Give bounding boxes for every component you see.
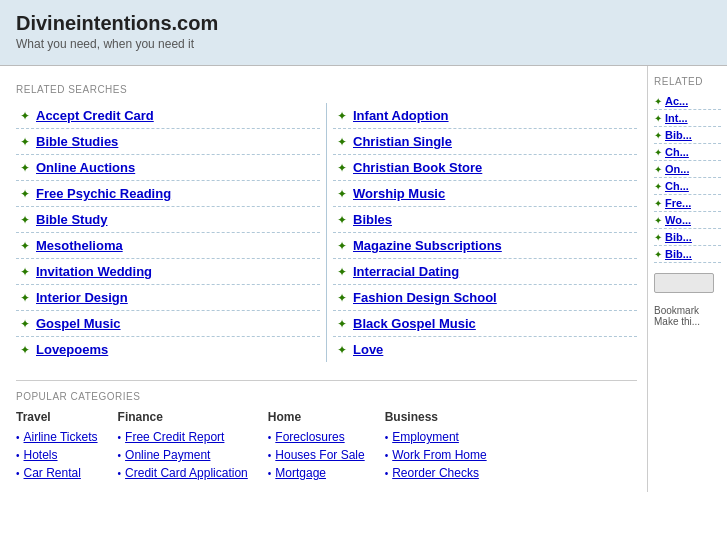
popular-link[interactable]: Credit Card Application — [125, 466, 248, 480]
popular-col: Business•Employment•Work From Home•Reord… — [385, 410, 487, 482]
sidebar-arrow-icon: ✦ — [654, 147, 662, 158]
related-link[interactable]: Infant Adoption — [353, 108, 449, 123]
arrow-icon: ✦ — [20, 317, 30, 331]
list-item: ✦Mesothelioma — [16, 233, 320, 259]
popular-link[interactable]: Houses For Sale — [275, 448, 364, 462]
list-item: ✦Bible Studies — [16, 129, 320, 155]
popular-grid: Travel•Airline Tickets•Hotels•Car Rental… — [16, 410, 637, 482]
main-content: RELATED SEARCHES ✦Accept Credit Card✦Bib… — [0, 66, 647, 492]
scrollbar[interactable] — [654, 273, 714, 293]
popular-link[interactable]: Employment — [392, 430, 459, 444]
arrow-icon: ✦ — [20, 135, 30, 149]
related-link[interactable]: Free Psychic Reading — [36, 186, 171, 201]
related-link[interactable]: Interracial Dating — [353, 264, 459, 279]
sidebar-link[interactable]: Int... — [665, 112, 688, 124]
sidebar-link[interactable]: Wo... — [665, 214, 691, 226]
popular-link[interactable]: Hotels — [24, 448, 58, 462]
popular-link[interactable]: Reorder Checks — [392, 466, 479, 480]
bullet-icon: • — [385, 468, 389, 479]
arrow-icon: ✦ — [20, 109, 30, 123]
related-link[interactable]: Bible Study — [36, 212, 108, 227]
popular-col-heading: Finance — [118, 410, 248, 424]
list-item: •Work From Home — [385, 446, 487, 464]
related-link[interactable]: Gospel Music — [36, 316, 121, 331]
sidebar-arrow-icon: ✦ — [654, 181, 662, 192]
sidebar-link[interactable]: Ac... — [665, 95, 688, 107]
list-item: ✦Christian Book Store — [333, 155, 637, 181]
sidebar-links: ✦Ac...✦Int...✦Bib...✦Ch...✦On...✦Ch...✦F… — [654, 93, 721, 263]
sidebar-link[interactable]: Bib... — [665, 129, 692, 141]
related-link[interactable]: Black Gospel Music — [353, 316, 476, 331]
related-link[interactable]: Christian Single — [353, 134, 452, 149]
bullet-icon: • — [118, 432, 122, 443]
site-title: Divineintentions.com — [16, 12, 711, 35]
arrow-icon: ✦ — [337, 109, 347, 123]
arrow-icon: ✦ — [337, 343, 347, 357]
list-item: •Mortgage — [268, 464, 365, 482]
list-item: ✦Fashion Design School — [333, 285, 637, 311]
list-item: •Online Payment — [118, 446, 248, 464]
sidebar-link-row: ✦Wo... — [654, 212, 721, 229]
arrow-icon: ✦ — [20, 343, 30, 357]
related-link[interactable]: Magazine Subscriptions — [353, 238, 502, 253]
arrow-icon: ✦ — [20, 265, 30, 279]
col-divider — [326, 103, 327, 362]
sidebar-arrow-icon: ✦ — [654, 232, 662, 243]
arrow-icon: ✦ — [20, 239, 30, 253]
related-link[interactable]: Worship Music — [353, 186, 445, 201]
arrow-icon: ✦ — [337, 135, 347, 149]
related-link[interactable]: Accept Credit Card — [36, 108, 154, 123]
related-link[interactable]: Lovepoems — [36, 342, 108, 357]
sidebar-link[interactable]: On... — [665, 163, 689, 175]
sidebar-arrow-icon: ✦ — [654, 130, 662, 141]
popular-link[interactable]: Free Credit Report — [125, 430, 224, 444]
sidebar-arrow-icon: ✦ — [654, 198, 662, 209]
popular-link[interactable]: Online Payment — [125, 448, 210, 462]
sidebar-link-row: ✦On... — [654, 161, 721, 178]
popular-link[interactable]: Car Rental — [24, 466, 81, 480]
popular-link[interactable]: Foreclosures — [275, 430, 344, 444]
related-link[interactable]: Interior Design — [36, 290, 128, 305]
list-item: ✦Lovepoems — [16, 337, 320, 362]
left-links-col: ✦Accept Credit Card✦Bible Studies✦Online… — [16, 103, 320, 362]
arrow-icon: ✦ — [337, 239, 347, 253]
bullet-icon: • — [385, 432, 389, 443]
sidebar-link[interactable]: Ch... — [665, 146, 689, 158]
related-link[interactable]: Christian Book Store — [353, 160, 482, 175]
popular-col-heading: Travel — [16, 410, 98, 424]
list-item: ✦Bibles — [333, 207, 637, 233]
sidebar-link-row: ✦Ch... — [654, 144, 721, 161]
popular-link[interactable]: Mortgage — [275, 466, 326, 480]
list-item: •Employment — [385, 428, 487, 446]
sidebar-link[interactable]: Fre... — [665, 197, 691, 209]
bullet-icon: • — [268, 450, 272, 461]
list-item: ✦Free Psychic Reading — [16, 181, 320, 207]
arrow-icon: ✦ — [337, 213, 347, 227]
list-item: ✦Online Auctions — [16, 155, 320, 181]
sidebar-link[interactable]: Ch... — [665, 180, 689, 192]
sidebar-arrow-icon: ✦ — [654, 164, 662, 175]
bullet-icon: • — [16, 432, 20, 443]
sidebar-link-row: ✦Ch... — [654, 178, 721, 195]
popular-link[interactable]: Work From Home — [392, 448, 486, 462]
list-item: ✦Gospel Music — [16, 311, 320, 337]
sidebar-link[interactable]: Bib... — [665, 248, 692, 260]
sidebar-link-row: ✦Fre... — [654, 195, 721, 212]
arrow-icon: ✦ — [20, 161, 30, 175]
related-link[interactable]: Online Auctions — [36, 160, 135, 175]
related-searches-label: RELATED SEARCHES — [16, 84, 637, 95]
right-links-col: ✦Infant Adoption✦Christian Single✦Christ… — [333, 103, 637, 362]
sidebar-link-row: ✦Bib... — [654, 246, 721, 263]
related-link[interactable]: Mesothelioma — [36, 238, 123, 253]
popular-link[interactable]: Airline Tickets — [24, 430, 98, 444]
sidebar-link[interactable]: Bib... — [665, 231, 692, 243]
related-link[interactable]: Bibles — [353, 212, 392, 227]
related-link[interactable]: Fashion Design School — [353, 290, 497, 305]
related-link[interactable]: Bible Studies — [36, 134, 118, 149]
related-link[interactable]: Invitation Wedding — [36, 264, 152, 279]
popular-col: Travel•Airline Tickets•Hotels•Car Rental — [16, 410, 98, 482]
sidebar-arrow-icon: ✦ — [654, 113, 662, 124]
site-subtitle: What you need, when you need it — [16, 37, 711, 51]
related-link[interactable]: Love — [353, 342, 383, 357]
bookmark-area: BookmarkMake thi... — [654, 305, 721, 327]
